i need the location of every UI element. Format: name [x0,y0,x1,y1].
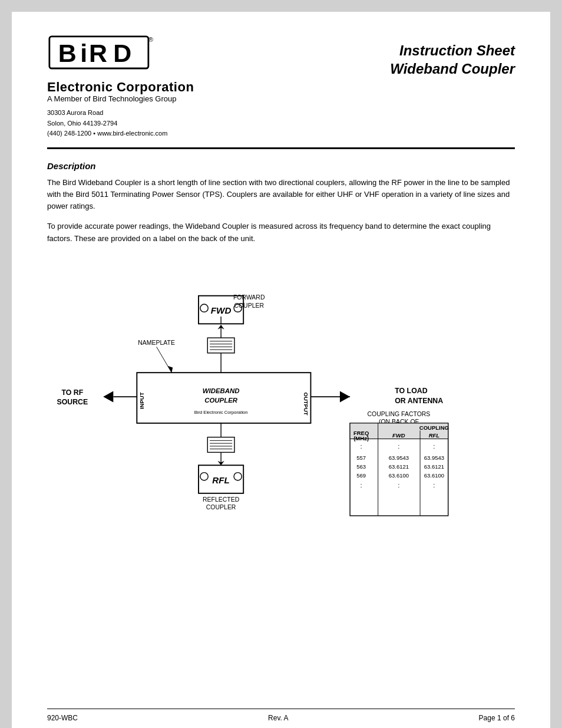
svg-text:OUTPUT: OUTPUT [303,392,309,415]
svg-text:i: i [80,39,87,67]
footer-model: 920-WBC [47,714,78,722]
description-paragraph1: The Bird Wideband Coupler is a short len… [47,177,515,212]
svg-rect-40 [207,437,234,452]
svg-text:557: 557 [356,454,366,460]
svg-line-37 [157,347,172,373]
svg-text:FWD: FWD [211,305,232,315]
svg-text:COUPLER: COUPLER [234,302,264,308]
svg-text:COUPLING FACTORS: COUPLING FACTORS [368,411,431,417]
svg-marker-8 [103,391,113,402]
svg-text:COUPLER: COUPLER [206,504,236,510]
title-section: Instruction Sheet Wideband Coupler [390,35,515,78]
bird-logo: B i R D ® [47,35,165,77]
svg-text:TO RF: TO RF [61,388,83,397]
svg-text:(MHz): (MHz) [353,435,369,442]
svg-text:OR ANTENNA: OR ANTENNA [395,396,443,404]
svg-text:INPUT: INPUT [138,392,145,409]
svg-text:NAMEPLATE: NAMEPLATE [138,339,175,345]
svg-text:569: 569 [356,472,366,479]
svg-text:63.6121: 63.6121 [424,463,444,470]
svg-text::: : [398,442,399,449]
address-line2: Solon, Ohio 44139-2794 [47,118,194,129]
svg-text:63.9543: 63.9543 [424,454,444,460]
page-footer: 920-WBC Rev. A Page 1 of 6 [47,709,515,722]
svg-text::: : [361,482,362,489]
svg-text:FWD: FWD [392,431,405,438]
address-line1: 30303 Aurora Road [47,108,194,118]
svg-text:REFLECTED: REFLECTED [203,496,240,503]
svg-text:WIDEBAND: WIDEBAND [203,387,240,394]
svg-point-49 [200,472,208,480]
svg-text:63.6100: 63.6100 [424,472,444,479]
header-divider [47,147,515,149]
svg-text:®: ® [148,36,154,43]
svg-text:RFL: RFL [429,431,440,438]
svg-rect-21 [207,338,234,353]
svg-text:TO LOAD: TO LOAD [395,387,427,395]
description-paragraph2: To provide accurate power readings, the … [47,220,515,244]
svg-text::: : [361,442,362,449]
svg-text:63.6121: 63.6121 [389,463,409,470]
svg-text:B: B [58,39,77,67]
svg-text::: : [433,482,435,489]
svg-text:SOURCE: SOURCE [57,398,88,406]
document-title: Instruction Sheet Wideband Coupler [390,41,515,78]
svg-point-31 [200,304,208,312]
svg-text:63.9543: 63.9543 [389,454,409,460]
svg-text:FORWARD: FORWARD [233,294,265,301]
diagram-container: TO RF SOURCE INPUT OUTPUT WIDEBAND COUPL… [47,256,515,539]
footer-page: Page 1 of 6 [479,714,515,722]
member-text: A Member of Bird Technologies Group [47,94,194,103]
svg-text:RFL: RFL [212,475,230,485]
svg-text:Bird Electronic Corporation: Bird Electronic Corporation [194,409,248,414]
diagram-svg: TO RF SOURCE INPUT OUTPUT WIDEBAND COUPL… [47,256,515,539]
svg-text:COUPLER: COUPLER [204,396,238,403]
svg-text::: : [433,442,435,449]
logo-section: B i R D ® Electronic Corporation A Membe… [47,35,194,139]
svg-text:COUPLING: COUPLING [419,424,449,431]
address-line3: (440) 248-1200 • www.bird-electronic.com [47,129,194,139]
svg-text::: : [398,482,399,489]
address-text: 30303 Aurora Road Solon, Ohio 44139-2794… [47,108,194,139]
svg-text:63.6100: 63.6100 [389,472,409,479]
page-header: B i R D ® Electronic Corporation A Membe… [47,35,515,139]
svg-text:R: R [89,39,107,67]
svg-marker-38 [168,365,173,372]
company-name: Electronic Corporation [47,80,194,94]
svg-text:563: 563 [356,463,366,470]
svg-text:D: D [113,39,131,67]
svg-marker-17 [340,391,350,402]
document-page: B i R D ® Electronic Corporation A Membe… [12,12,550,728]
footer-revision: Rev. A [268,714,288,722]
svg-point-50 [234,472,242,480]
description-title: Description [47,161,515,171]
